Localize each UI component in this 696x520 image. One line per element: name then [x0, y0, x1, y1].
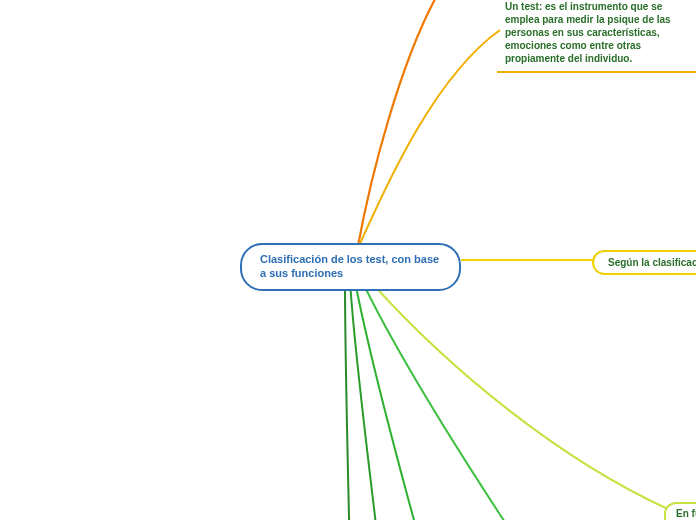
mindmap-canvas: Clasificación de los test, con base a su… [0, 0, 696, 520]
branch-classification-text: Según la clasificación d [608, 257, 696, 268]
branch-classification[interactable]: Según la clasificación d [592, 250, 696, 275]
branch-function[interactable]: En fun [664, 502, 696, 520]
branch-function-text: En fun [676, 508, 696, 519]
branch-definition[interactable]: Un test: es el instrumento que se emplea… [497, 0, 696, 73]
center-title: Clasificación de los test, con base a su… [260, 253, 439, 279]
branch-definition-text: Un test: es el instrumento que se emplea… [505, 1, 671, 64]
center-node[interactable]: Clasificación de los test, con base a su… [240, 243, 461, 291]
